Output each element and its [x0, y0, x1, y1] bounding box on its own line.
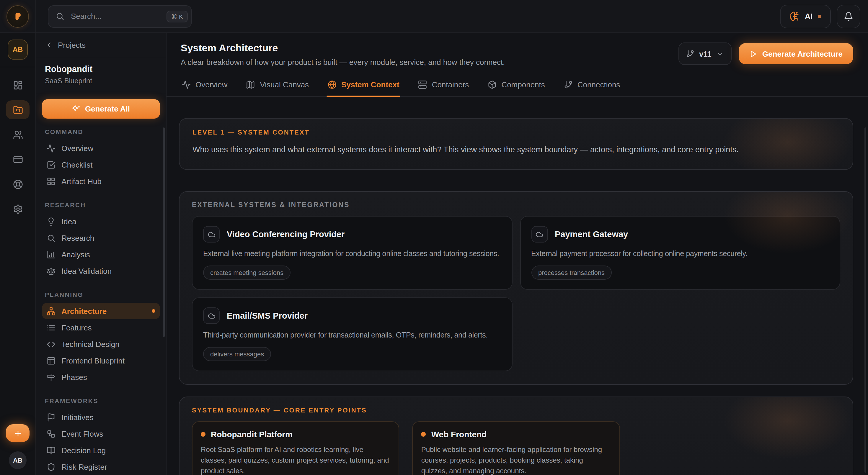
boundary-card-robopandit-platform[interactable]: Robopandit Platform Root SaaS platform f… [192, 421, 399, 475]
sidebar-item-checklist[interactable]: Checklist [42, 156, 160, 173]
user-avatar[interactable]: AB [9, 451, 27, 469]
sidebar-nav: COMMAND Overview Checklist Artifact Hub … [36, 118, 166, 475]
lightbulb-icon [46, 217, 56, 226]
sidebar-item-label: Risk Register [61, 462, 107, 471]
search-icon [56, 12, 64, 21]
bar-chart-icon [46, 250, 56, 259]
back-label: Projects [58, 40, 86, 49]
rail-team-button[interactable] [6, 125, 30, 144]
play-icon [749, 50, 757, 58]
workspace-badge[interactable]: AB [8, 39, 28, 60]
bell-icon [844, 11, 853, 21]
integration-desc: Third-party communication provider for t… [203, 331, 501, 339]
sidebar-item-idea[interactable]: Idea [42, 213, 160, 230]
logo-cell [0, 0, 36, 32]
version-selector[interactable]: v11 [678, 42, 732, 65]
package-icon [488, 80, 497, 89]
plus-icon [13, 429, 22, 438]
tab-connections[interactable]: Connections [563, 74, 621, 96]
search-bar[interactable]: ⌘ K [48, 5, 192, 28]
tab-label: Overview [195, 80, 227, 89]
boundary-card-web-frontend[interactable]: Web Frontend Public website and learner-… [412, 421, 620, 475]
project-name: Robopandit [45, 64, 157, 74]
version-label: v11 [699, 49, 712, 58]
folder-kanban-icon [13, 105, 23, 115]
generate-all-button[interactable]: Generate All [42, 99, 160, 118]
rail-dashboard-button[interactable] [6, 75, 30, 94]
code-icon [46, 340, 56, 348]
tab-overview[interactable]: Overview [181, 74, 228, 96]
gear-icon [13, 204, 23, 214]
sidebar-item-analysis[interactable]: Analysis [42, 246, 160, 263]
life-buoy-icon [13, 179, 23, 189]
chevron-left-icon [45, 41, 53, 49]
sidebar-item-label: Decision Log [61, 446, 106, 455]
new-project-button[interactable] [6, 424, 30, 442]
integration-desc: External payment processor for collectin… [531, 249, 829, 258]
sidebar-item-artifact-hub[interactable]: Artifact Hub [42, 173, 160, 190]
app-root: ⌘ K AI AB [0, 0, 868, 475]
sidebar-item-overview[interactable]: Overview [42, 140, 160, 156]
tab-components[interactable]: Components [487, 74, 546, 96]
cloud-icon [531, 226, 548, 242]
rail-projects-button[interactable] [6, 100, 30, 119]
sidebar-item-technical-design[interactable]: Technical Design [42, 336, 160, 352]
scale-icon [46, 266, 56, 275]
sidebar-scrollbar[interactable] [163, 128, 165, 337]
rail-settings-button[interactable] [6, 199, 30, 218]
back-to-projects[interactable]: Projects [36, 33, 166, 57]
sidebar-item-label: Frontend Blueprint [61, 356, 125, 365]
integration-tag: creates meeting sessions [203, 266, 290, 280]
sidebar-item-risk-register[interactable]: Risk Register [42, 459, 160, 475]
icon-rail: AB AB [0, 33, 36, 475]
cloud-icon [203, 226, 220, 242]
tab-label: System Context [341, 80, 399, 89]
generate-all-label: Generate All [85, 104, 130, 113]
header-actions: v11 Generate Architecture [678, 42, 853, 65]
sidebar-item-frontend-blueprint[interactable]: Frontend Blueprint [42, 352, 160, 369]
sitemap-icon [46, 307, 56, 315]
search-input[interactable] [70, 11, 161, 21]
tab-label: Visual Canvas [260, 80, 309, 89]
ai-label: AI [805, 12, 812, 21]
sidebar-item-label: Checklist [61, 160, 93, 169]
rail-divider [0, 67, 35, 67]
ai-assistant-button[interactable]: AI [780, 4, 831, 28]
main-panel: System Architecture A clear breakdown of… [166, 33, 868, 475]
sidebar-item-label: Idea [61, 217, 76, 226]
app-logo[interactable] [6, 5, 29, 28]
activity-icon [46, 144, 56, 152]
sidebar-item-research[interactable]: Research [42, 230, 160, 246]
book-open-icon [46, 446, 56, 455]
sidebar-item-architecture[interactable]: Architecture [42, 303, 160, 319]
rail-billing-button[interactable] [6, 150, 30, 169]
tab-visual-canvas[interactable]: Visual Canvas [245, 74, 310, 96]
sidebar-item-label: Technical Design [61, 340, 120, 348]
sidebar-item-initiatives[interactable]: Initiatives [42, 409, 160, 426]
tab-containers[interactable]: Containers [417, 74, 470, 96]
sidebar-item-event-flows[interactable]: Event Flows [42, 426, 160, 442]
sidebar-item-label: Overview [61, 144, 93, 152]
sidebar-item-features[interactable]: Features [42, 319, 160, 336]
sidebar-item-label: Idea Validation [61, 266, 112, 275]
sidebar-item-decision-log[interactable]: Decision Log [42, 442, 160, 459]
notifications-button[interactable] [837, 4, 860, 28]
grid-icon [46, 177, 56, 185]
tab-system-context[interactable]: System Context [327, 74, 401, 96]
integration-card-video[interactable]: Video Conferencing Provider External liv… [192, 216, 512, 290]
sidebar-item-phases[interactable]: Phases [42, 369, 160, 385]
main-header: System Architecture A clear breakdown of… [166, 33, 868, 67]
generate-architecture-button[interactable]: Generate Architecture [739, 43, 853, 64]
main-scrollbar[interactable] [864, 128, 866, 473]
tab-label: Components [501, 80, 545, 89]
flag-icon [46, 413, 56, 421]
integration-card-payment[interactable]: Payment Gateway External payment process… [520, 216, 840, 290]
sidebar-item-idea-validation[interactable]: Idea Validation [42, 263, 160, 279]
page-title: System Architecture [181, 42, 505, 54]
generate-architecture-label: Generate Architecture [762, 49, 843, 58]
integration-card-email-sms[interactable]: Email/SMS Provider Third-party communica… [192, 297, 512, 371]
boundary-title: Web Frontend [431, 430, 487, 439]
sidebar-item-label: Event Flows [61, 429, 103, 438]
rail-help-button[interactable] [6, 175, 30, 194]
app-shell: AB AB [0, 33, 868, 475]
